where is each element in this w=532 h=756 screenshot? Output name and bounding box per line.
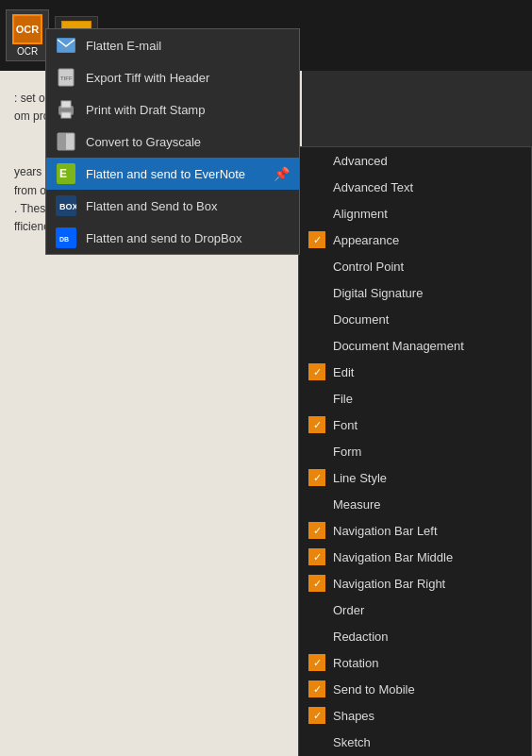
no-check-order	[308, 601, 325, 618]
check-rotation: ✓	[308, 654, 325, 671]
menu-item-export-tiff[interactable]: TIFF Export Tiff with Header	[46, 61, 299, 93]
menu-item-edit[interactable]: ✓ Edit	[299, 359, 531, 385]
right-menu-label: Edit	[333, 365, 354, 379]
menu-item-label: Print with Draft Stamp	[86, 103, 205, 117]
right-dropdown-menu: Advanced Advanced Text Alignment ✓ Appea…	[298, 146, 532, 756]
check-edit: ✓	[308, 363, 325, 380]
menu-item-label: Export Tiff with Header	[86, 71, 209, 85]
svg-text:DB: DB	[59, 236, 69, 243]
menu-item-nav-bar-left[interactable]: ✓ Navigation Bar Left	[299, 517, 531, 544]
right-menu-label: Digital Signature	[333, 286, 423, 300]
no-check-advanced	[308, 152, 325, 169]
menu-item-form[interactable]: Form	[299, 438, 531, 464]
check-line-style: ✓	[308, 469, 325, 486]
right-menu-label: Document Management	[333, 339, 464, 353]
menu-item-line-style[interactable]: ✓ Line Style	[299, 464, 531, 491]
right-menu-label: Document	[333, 312, 389, 327]
right-menu-label: Advanced Text	[333, 180, 413, 194]
right-menu-label: Alignment	[333, 207, 388, 221]
svg-text:TIFF: TIFF	[60, 76, 73, 81]
menu-item-font[interactable]: ✓ Font	[299, 412, 531, 438]
no-check-control-point	[308, 258, 325, 275]
right-menu-label: Appearance	[333, 233, 399, 247]
no-check-redaction	[308, 628, 325, 645]
right-menu-label: Navigation Bar Left	[333, 524, 438, 538]
pin-icon: 📌	[274, 166, 290, 181]
menu-item-measure[interactable]: Measure	[299, 491, 531, 517]
menu-item-label: Convert to Grayscale	[86, 135, 201, 149]
right-menu-label: Redaction	[333, 630, 389, 644]
menu-item-shapes[interactable]: ✓ Shapes	[299, 702, 531, 729]
grayscale-icon	[56, 131, 76, 152]
menu-item-digital-signature[interactable]: Digital Signature	[299, 279, 531, 306]
menu-item-nav-bar-middle[interactable]: ✓ Navigation Bar Middle	[299, 544, 531, 570]
dropbox-icon: DB	[56, 227, 76, 248]
ocr-icon: OCR	[12, 14, 42, 44]
right-menu-label: Measure	[333, 497, 381, 512]
menu-item-flatten-box[interactable]: BOX Flatten and Send to Box	[46, 190, 299, 222]
no-check-document	[308, 311, 325, 328]
menu-item-label: Flatten E-mail	[86, 39, 161, 53]
menu-item-flatten-email[interactable]: Flatten E-mail	[46, 29, 299, 61]
menu-item-print-draft[interactable]: Print with Draft Stamp	[46, 93, 299, 126]
check-font: ✓	[308, 416, 325, 433]
menu-item-advanced[interactable]: Advanced	[299, 147, 531, 174]
ocr-button[interactable]: OCR OCR	[6, 9, 49, 61]
no-check-alignment	[308, 205, 325, 222]
right-menu-label: Form	[333, 445, 361, 459]
check-shapes: ✓	[308, 707, 325, 724]
right-menu-label: Navigation Bar Middle	[333, 550, 453, 564]
menu-item-file[interactable]: File	[299, 385, 531, 412]
menu-item-redaction[interactable]: Redaction	[299, 623, 531, 649]
menu-item-label: Flatten and send to DropBox	[86, 231, 242, 245]
right-menu-label: Shapes	[333, 709, 374, 723]
svg-text:E: E	[59, 167, 67, 180]
ocr-label: OCR	[17, 46, 38, 57]
menu-item-rotation[interactable]: ✓ Rotation	[299, 649, 531, 676]
right-menu-label: Order	[333, 603, 364, 617]
right-menu-label: Navigation Bar Right	[333, 577, 445, 591]
menu-item-label: Flatten and send to EverNote	[86, 167, 245, 181]
print-icon	[56, 99, 76, 120]
no-check-document-management	[308, 337, 325, 354]
check-nav-bar-right: ✓	[308, 575, 325, 592]
menu-item-nav-bar-right[interactable]: ✓ Navigation Bar Right	[299, 570, 531, 596]
menu-item-send-to-mobile[interactable]: ✓ Send to Mobile	[299, 676, 531, 702]
menu-item-control-point[interactable]: Control Point	[299, 253, 531, 279]
email-icon	[56, 35, 76, 56]
right-menu-label: File	[333, 392, 353, 406]
menu-item-advanced-text[interactable]: Advanced Text	[299, 174, 531, 200]
svg-rect-7	[58, 133, 66, 150]
menu-item-order[interactable]: Order	[299, 596, 531, 623]
svg-rect-4	[61, 101, 71, 108]
menu-item-alignment[interactable]: Alignment	[299, 200, 531, 227]
check-appearance: ✓	[308, 231, 325, 248]
svg-text:BOX: BOX	[59, 202, 76, 211]
no-check-file	[308, 390, 325, 407]
menu-item-flatten-dropbox[interactable]: DB Flatten and send to DropBox	[46, 222, 299, 254]
menu-item-document-management[interactable]: Document Management	[299, 332, 531, 359]
check-send-to-mobile: ✓	[308, 680, 325, 697]
right-menu-label: Line Style	[333, 471, 387, 485]
tiff-icon: TIFF	[56, 67, 76, 88]
menu-item-appearance[interactable]: ✓ Appearance	[299, 227, 531, 253]
right-menu-label: Advanced	[333, 154, 388, 168]
no-check-sketch	[308, 733, 325, 750]
menu-item-flatten-evernote[interactable]: E Flatten and send to EverNote 📌	[46, 158, 299, 190]
evernote-icon: E	[56, 163, 76, 184]
no-check-measure	[308, 496, 325, 512]
right-menu-label: Control Point	[333, 260, 404, 274]
right-menu-label: Rotation	[333, 656, 378, 670]
box-icon: BOX	[56, 195, 76, 216]
menu-item-label: Flatten and Send to Box	[86, 199, 217, 213]
check-nav-bar-left: ✓	[308, 522, 325, 539]
menu-item-sketch[interactable]: Sketch	[299, 729, 531, 755]
right-menu-label: Send to Mobile	[333, 682, 415, 697]
menu-item-convert-gray[interactable]: Convert to Grayscale	[46, 126, 299, 158]
svg-rect-5	[61, 112, 71, 118]
menu-item-document[interactable]: Document	[299, 306, 531, 332]
no-check-advanced-text	[308, 178, 325, 195]
right-menu-label: Font	[333, 418, 357, 432]
left-dropdown-menu: Flatten E-mail TIFF Export Tiff with Hea…	[45, 28, 300, 255]
svg-rect-0	[57, 38, 75, 53]
